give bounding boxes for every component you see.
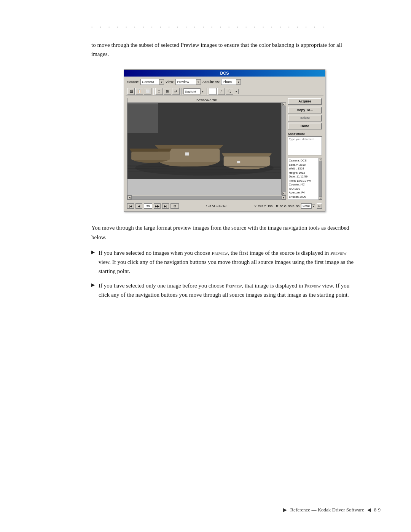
info-aperture: Aperture: F4 <box>289 191 318 195</box>
bullet-text-2: If you have selected only one image befo… <box>99 281 358 299</box>
svg-rect-15 <box>237 161 240 163</box>
info-counter: Counter: [42] <box>289 183 318 187</box>
image-filename: DCS00040.TIF <box>127 98 286 103</box>
toolbar-swatch-btn[interactable] <box>209 88 217 95</box>
svg-line-1 <box>230 92 231 93</box>
coords-info: X: 249 Y: 199 R: 90 G: 90 B: 90 <box>254 204 299 208</box>
right-panel: Acquire Copy To... Delete Done Annotatio… <box>288 98 322 200</box>
hscroll-track <box>132 196 282 200</box>
info-scroll-track <box>319 161 322 197</box>
hscroll-left[interactable]: ◀ <box>127 195 132 200</box>
info-panel: Camera: DCS Serial#: 2515 Width: 1524 He… <box>288 158 322 200</box>
source-label: Source: <box>127 80 139 84</box>
toolbar-preview-btn[interactable]: □ <box>155 88 163 95</box>
dcs-dialog: DCS Source: Camera ▾ View: Preview ▾ <box>124 69 325 212</box>
footer-left-arrow: ◀ <box>367 507 371 513</box>
svg-marker-14 <box>129 149 172 152</box>
dot-rule: . . . . . . . . . . . . . . . . . . . . … <box>30 23 381 29</box>
toolbar-transfer-btn[interactable]: ⇄ <box>172 88 180 95</box>
annotation-label: Annotation: <box>288 132 322 136</box>
footer-page: 8-9 <box>374 507 381 513</box>
daylight-dropdown[interactable]: Daylight ▾ <box>183 88 205 94</box>
nav-play-btn[interactable]: ▶▶ <box>154 203 161 209</box>
dot-rule-text: . . . . . . . . . . . . . . . . . . . . … <box>91 23 327 29</box>
toolbar-sep3 <box>207 88 207 95</box>
view-dropdown[interactable]: Preview ▾ <box>175 79 201 85</box>
svg-rect-4 <box>127 103 158 133</box>
bullet-item-1: ▶ If you have selected no images when yo… <box>91 248 358 276</box>
svg-rect-10 <box>224 156 270 166</box>
nav-extra-btn[interactable]: ⊡ <box>317 203 322 209</box>
frame-number-input[interactable] <box>144 203 152 209</box>
footer-text: Reference — Kodak Driver Software <box>290 507 364 513</box>
view-label: View: <box>166 80 174 84</box>
annotation-input[interactable]: Type your data here. <box>288 136 322 155</box>
toolbar-sep2 <box>181 88 182 95</box>
nav-grid-btn[interactable]: ⊞ <box>170 203 179 209</box>
scroll-down[interactable]: ▼ <box>282 192 285 195</box>
image-vscrollbar[interactable]: ▲ ▼ <box>281 103 286 195</box>
dialog-main-area: DCS00040.TIF <box>126 97 323 201</box>
body-paragraph-1: You move through the large format previe… <box>91 223 358 242</box>
selection-info: 1 of 54 selected <box>180 204 253 208</box>
toolbar-thumb-btn[interactable]: ⊞ <box>164 88 171 95</box>
nav-last-btn[interactable]: ▶| <box>162 203 169 209</box>
info-scroll-down[interactable]: ▼ <box>319 197 322 200</box>
svg-marker-11 <box>222 153 272 156</box>
info-time: Time: 1:02:10 PM <box>289 179 318 183</box>
info-scroll-up[interactable]: ▲ <box>319 158 322 161</box>
size-arrow[interactable]: ▾ <box>312 204 315 208</box>
nav-prev-btn[interactable]: ◀ <box>135 203 142 209</box>
acquire-as-dropdown-arrow[interactable]: ▾ <box>236 79 241 85</box>
dialog-titlebar: DCS <box>124 70 325 77</box>
bullet-arrow-1: ▶ <box>91 249 95 256</box>
dialog-title: DCS <box>220 71 229 75</box>
acquire-button[interactable]: Acquire <box>288 98 322 105</box>
scroll-up[interactable]: ▲ <box>282 103 285 106</box>
bullet-arrow-2: ▶ <box>91 281 95 289</box>
info-date: Date: 11/12/99 <box>289 175 318 179</box>
page-footer: ▶ Reference — Kodak Driver Software ◀ 8-… <box>283 507 381 513</box>
delete-button[interactable]: Delete <box>288 115 322 121</box>
info-height: Height: 1012 <box>289 171 318 175</box>
dialog-screenshot: DCS Source: Camera ▾ View: Preview ▾ <box>91 69 358 212</box>
daylight-arrow[interactable]: ▾ <box>201 89 205 94</box>
info-panel-scrollbar[interactable]: ▲ ▼ <box>319 158 322 200</box>
scroll-track-v <box>282 106 286 192</box>
toolbar-brush-btn[interactable]: / <box>217 88 225 95</box>
annotation-section: Annotation: Type your data here. <box>288 132 322 155</box>
zoom-dropdown-arrow[interactable]: ▾ <box>234 89 239 94</box>
svg-rect-13 <box>131 152 170 160</box>
svg-rect-5 <box>127 103 158 104</box>
hscroll-right[interactable]: ▶ <box>282 195 286 200</box>
acquire-as-dropdown[interactable]: Photo ▾ <box>221 79 241 85</box>
info-width: Width: 1524 <box>289 167 318 171</box>
info-shutter: Shutter: 2000 <box>289 195 318 199</box>
bullet-text-1: If you have selected no images when you … <box>99 248 358 276</box>
copy-to-button[interactable]: Copy To... <box>288 107 322 113</box>
image-area: DCS00040.TIF <box>127 98 286 200</box>
toolbar-sep1 <box>153 88 154 95</box>
image-hscrollbar[interactable]: ◀ ▶ <box>127 195 286 200</box>
source-dropdown-arrow[interactable]: ▾ <box>159 79 164 85</box>
info-iso: ISO: 200 <box>289 187 318 191</box>
nav-bar: |◀ ◀ ▶▶ ▶| ⊞ 1 of 54 selected X: 249 Y: … <box>126 202 323 210</box>
view-dropdown-arrow[interactable]: ▾ <box>196 79 201 85</box>
toolbar-zoom-btn[interactable] <box>226 88 233 95</box>
info-serial: Serial#: 2515 <box>289 163 318 167</box>
zoom-dropdown[interactable]: ▾ <box>234 89 239 94</box>
dialog-top-controls: Source: Camera ▾ View: Preview ▾ Acquire… <box>126 78 323 86</box>
info-camera: Camera: DCS <box>289 159 318 163</box>
footer-arrow: ▶ <box>283 507 287 513</box>
toolbar: 🖼 📋 ⬜ □ ⊞ ⇄ Daylight ▾ <box>126 87 323 96</box>
size-dropdown[interactable]: Small ▾ <box>301 203 315 209</box>
size-value: Small <box>301 203 312 209</box>
bullet-item-2: ▶ If you have selected only one image be… <box>91 281 358 299</box>
toolbar-copy-btn[interactable]: 📋 <box>135 88 143 95</box>
nav-first-btn[interactable]: |◀ <box>127 203 134 209</box>
toolbar-img-btn[interactable]: 🖼 <box>127 88 135 95</box>
toolbar-frame-btn[interactable]: ⬜ <box>144 88 151 95</box>
done-button[interactable]: Done <box>288 123 322 129</box>
intro-paragraph: to move through the subset of selected P… <box>91 40 358 59</box>
source-dropdown[interactable]: Camera ▾ <box>140 79 164 85</box>
